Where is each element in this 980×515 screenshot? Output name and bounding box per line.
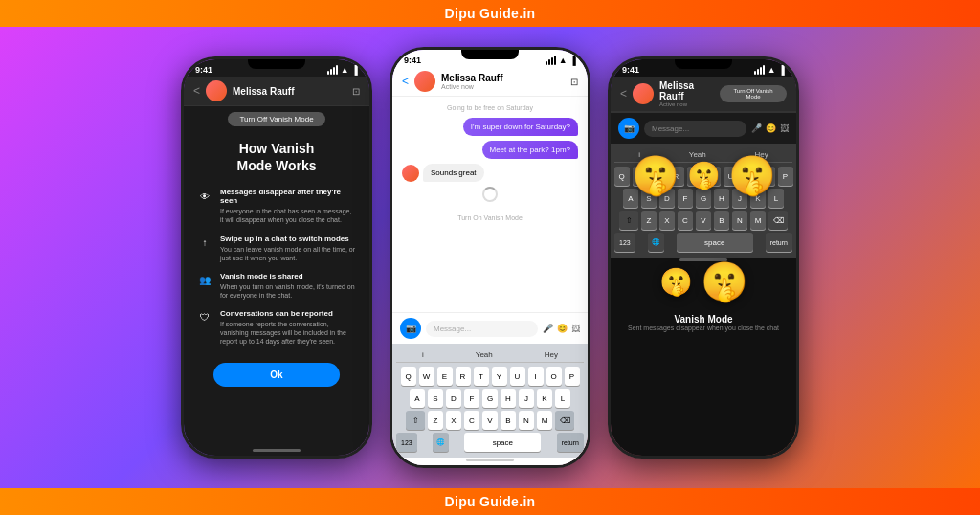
kbd-a[interactable]: A (410, 389, 425, 408)
mic-icon[interactable]: 🎤 (543, 324, 553, 333)
vanish-text-2: Swipe up in a chat to switch modes You c… (220, 235, 356, 262)
kbd-space[interactable]: space (464, 433, 541, 452)
right-contact-name: Melissa Rauff (659, 80, 708, 101)
center-phone-notch (461, 50, 519, 59)
vanish-text-3: Vanish mode is shared When you turn on v… (220, 272, 356, 300)
kbd-n[interactable]: N (519, 411, 534, 430)
right-turn-off-btn[interactable]: Turn Off Vanish Mode (720, 85, 787, 102)
kbd-backspace[interactable]: ⌫ (555, 411, 574, 430)
image-icon[interactable]: 🖼 (571, 324, 580, 333)
wifi-icon: ▲ (341, 65, 349, 75)
vanish-icon-4: 🛡 (197, 310, 212, 325)
left-contact-avatar (206, 80, 227, 101)
left-phone-bg: 9:41 ▲ ▐ < (184, 59, 369, 456)
camera-button[interactable]: 📷 (400, 318, 421, 339)
kbd-return[interactable]: return (557, 433, 584, 452)
back-arrow-icon[interactable]: < (193, 84, 200, 98)
right-back-icon[interactable]: < (620, 87, 627, 101)
kbd-d[interactable]: D (446, 389, 461, 408)
turn-on-vanish-label[interactable]: Turn On Vanish Mode (402, 214, 578, 221)
main-content: 9:41 ▲ ▐ < (0, 27, 980, 488)
emoji-4: 🤫 (659, 266, 693, 298)
kbd-v[interactable]: V (482, 411, 498, 430)
kbd-q[interactable]: Q (401, 367, 416, 386)
msg-preview-text: Going to be free on Saturday (402, 104, 578, 111)
kbd-emoji-btn[interactable]: 🌐 (433, 433, 449, 452)
kbd-r[interactable]: R (456, 367, 471, 386)
kbd-m[interactable]: M (537, 411, 552, 430)
kbd-k[interactable]: K (537, 389, 552, 408)
ok-button[interactable]: Ok (213, 363, 341, 387)
turn-off-vanish-button[interactable]: Turn Off Vanish Mode (228, 112, 324, 126)
center-contact-avatar (414, 71, 435, 92)
left-header-icons: ⊡ (352, 86, 360, 97)
vanish-item-3: 👥 Vanish mode is shared When you turn on… (197, 272, 356, 300)
vanish-item-4: 🛡 Conversations can be reported If someo… (197, 309, 356, 346)
suggestion-yeah[interactable]: Yeah (476, 350, 493, 359)
center-home-bar (466, 459, 514, 461)
center-signal (546, 56, 556, 65)
vanish-item-desc-4: If someone reports the conversation, van… (220, 320, 356, 346)
left-phone-notch (248, 59, 305, 69)
kbd-y[interactable]: Y (492, 367, 507, 386)
kbd-f[interactable]: F (464, 389, 479, 408)
kbd-x[interactable]: X (446, 411, 461, 430)
emoji-container: 🤫 🤫 🤫 🤫 🤫 (611, 117, 796, 341)
sticker-icon[interactable]: 😊 (557, 324, 568, 333)
left-home-indicator (184, 448, 369, 456)
c-sig-1 (546, 61, 547, 65)
vanish-icon-3: 👥 (197, 273, 212, 288)
kbd-h[interactable]: H (501, 389, 516, 408)
vanish-icon-1: 👁 (197, 189, 212, 204)
kbd-shift[interactable]: ⇧ (406, 411, 425, 430)
kbd-j[interactable]: J (519, 389, 534, 408)
vanish-title: How Vanish Mode Works (237, 140, 317, 174)
left-contact-name: Melissa Rauff (233, 86, 346, 97)
video-call-icon[interactable]: ⊡ (352, 86, 360, 97)
kbd-g[interactable]: G (482, 389, 498, 408)
kbd-b[interactable]: B (501, 411, 516, 430)
kbd-123[interactable]: 123 (396, 433, 417, 452)
kbd-t[interactable]: T (474, 367, 489, 386)
kbd-u[interactable]: U (510, 367, 525, 386)
center-header-icons: ⊡ (570, 77, 578, 87)
r-sig-2 (757, 69, 759, 75)
vanish-item-title-1: Messages disappear after they're seen (220, 188, 356, 205)
kbd-p[interactable]: P (565, 367, 580, 386)
right-phone-notch (675, 59, 732, 69)
right-phone-inner: 9:41 ▲ ▐ < (611, 59, 796, 456)
center-keyboard: i Yeah Hey Q W E R T Y U I O (392, 344, 588, 458)
kbd-z[interactable]: Z (428, 411, 443, 430)
kbd-l[interactable]: L (555, 389, 570, 408)
right-battery-icon: ▐ (779, 65, 785, 75)
signal-bar-2 (330, 69, 332, 75)
kbd-c[interactable]: C (464, 411, 479, 430)
kbd-i[interactable]: I (528, 367, 544, 386)
center-phone: 9:41 ▲ ▐ < (390, 47, 590, 468)
kbd-w[interactable]: W (419, 367, 434, 386)
kbd-o[interactable]: O (546, 367, 562, 386)
center-video-icon[interactable]: ⊡ (570, 77, 578, 87)
suggestion-hey[interactable]: Hey (545, 350, 558, 359)
right-status-icons: ▲ ▐ (754, 65, 785, 75)
right-active-status: Active now (659, 101, 708, 107)
center-back-icon[interactable]: < (402, 75, 409, 88)
bottom-brand-text: Dipu Guide.in (445, 494, 536, 509)
input-action-icons: 🎤 😊 🖼 (543, 324, 580, 333)
kbd-row-3: ⇧ Z X C V B N M ⌫ (396, 411, 584, 430)
kbd-e[interactable]: E (437, 367, 453, 386)
left-phone-header: < Melissa Rauff ⊡ (184, 77, 369, 106)
msg-incoming-1: Sounds great (402, 164, 484, 182)
message-placeholder: Message... (434, 325, 471, 333)
message-input[interactable]: Message... (426, 321, 538, 337)
center-wifi-icon: ▲ (559, 56, 568, 65)
suggestion-i[interactable]: i (422, 350, 424, 359)
right-wifi-icon: ▲ (768, 65, 776, 75)
kbd-s[interactable]: S (428, 389, 443, 408)
keyboard-suggestions: i Yeah Hey (396, 347, 584, 363)
r-sig-4 (763, 65, 765, 75)
center-contact-name: Melissa Rauff (441, 73, 502, 83)
kbd-bottom-row: 123 🌐 space return (396, 433, 584, 452)
vanish-item-2: ↑ Swipe up in a chat to switch modes You… (197, 235, 356, 262)
emoji-5: 🤫 (701, 259, 748, 304)
